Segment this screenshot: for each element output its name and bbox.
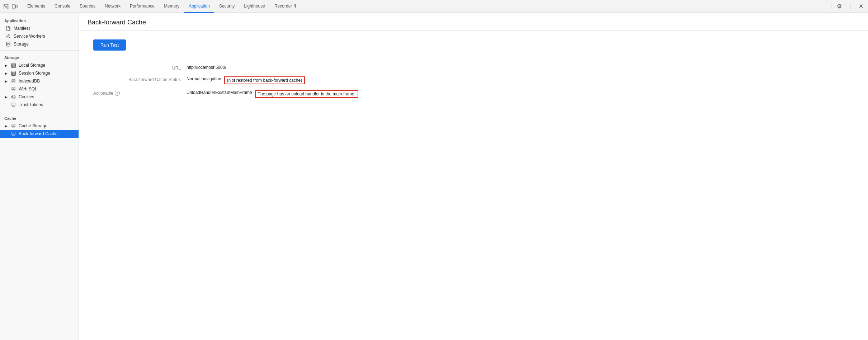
svg-point-23	[12, 124, 15, 125]
sidebar-item-service-workers[interactable]: Service Workers	[0, 32, 79, 40]
content-header: Back-forward Cache	[79, 13, 868, 31]
tab-lighthouse[interactable]: Lighthouse	[240, 0, 269, 13]
sidebar-item-manifest-label: Manifest	[14, 26, 30, 31]
sidebar: Application Manifest Service Workers	[0, 13, 79, 340]
bfc-nav-text: Normal navigation	[187, 76, 221, 81]
tab-recorder[interactable]: Recorder 🎙	[270, 0, 302, 13]
sidebar-item-session-storage[interactable]: ▶ Session Storage	[0, 69, 79, 77]
actionable-label-text: Actionable	[93, 91, 113, 96]
sidebar-item-storage-label: Storage	[14, 42, 29, 47]
svg-point-21	[13, 96, 14, 96]
main-container: Application Manifest Service Workers	[0, 13, 868, 340]
tab-performance[interactable]: Performance	[126, 0, 159, 13]
expand-arrow-session-storage[interactable]: ▶	[4, 71, 8, 75]
sidebar-section-application: Application	[0, 16, 79, 24]
help-icon[interactable]: ?	[115, 91, 120, 96]
tab-security[interactable]: Security	[215, 0, 239, 13]
toolbar: Elements Console Sources Network Perform…	[0, 0, 868, 13]
url-value: http://localhost:5000/	[187, 62, 854, 74]
actionable-label-cell: Actionable ?	[93, 87, 187, 99]
info-table: URL http://localhost:5000/ Back-forward …	[93, 62, 854, 101]
indexeddb-icon	[11, 79, 16, 84]
local-storage-icon	[11, 63, 16, 68]
inspect-icon[interactable]	[3, 3, 9, 10]
expand-arrow-cache-storage[interactable]: ▶	[4, 124, 8, 128]
tab-application[interactable]: Application	[184, 0, 214, 13]
toolbar-devtools-icons	[3, 3, 18, 10]
actionable-label-container: Actionable ?	[93, 91, 181, 96]
more-options-icon[interactable]: ⋮	[846, 2, 854, 11]
sidebar-item-cache-storage-label: Cache Storage	[19, 123, 47, 128]
sidebar-item-back-forward-cache[interactable]: Back-forward Cache	[0, 130, 79, 138]
web-sql-icon	[11, 86, 16, 91]
expand-arrow-local-storage[interactable]: ▶	[4, 63, 8, 67]
sidebar-item-indexeddb-label: IndexedDB	[19, 79, 40, 84]
svg-point-24	[12, 132, 15, 133]
svg-rect-1	[12, 5, 15, 8]
sidebar-item-session-storage-label: Session Storage	[19, 71, 50, 76]
sidebar-item-local-storage-label: Local Storage	[19, 63, 45, 68]
sidebar-item-web-sql[interactable]: Web SQL	[0, 85, 79, 93]
sidebar-item-local-storage[interactable]: ▶ Local Storage	[0, 61, 79, 69]
run-test-button[interactable]: Run Test	[93, 39, 126, 51]
svg-point-22	[12, 103, 15, 104]
page-title: Back-forward Cache	[88, 19, 859, 26]
bfc-status-value: Normal navigation (Not restored from bac…	[187, 74, 854, 87]
content-body: Run Test URL http://localhost:5000/ Back…	[79, 31, 868, 109]
svg-point-5	[6, 42, 10, 43]
session-storage-icon	[11, 71, 16, 76]
gear-icon	[6, 34, 11, 39]
sidebar-section-storage: Storage	[0, 53, 79, 61]
sidebar-item-trust-tokens-label: Trust Tokens	[19, 102, 43, 107]
tab-network[interactable]: Network	[100, 0, 125, 13]
actionable-description: The page has an unload handler in the ma…	[255, 90, 358, 98]
tab-console[interactable]: Console	[50, 0, 75, 13]
bfc-status-highlight: (Not restored from back-forward cache)	[224, 76, 305, 84]
sidebar-item-web-sql-label: Web SQL	[19, 86, 37, 91]
tab-memory[interactable]: Memory	[160, 0, 184, 13]
sidebar-item-indexeddb[interactable]: ▶ IndexedDB	[0, 77, 79, 85]
sidebar-item-service-workers-label: Service Workers	[14, 34, 45, 39]
sidebar-item-manifest[interactable]: Manifest	[0, 24, 79, 32]
sidebar-divider-1	[0, 50, 79, 51]
file-icon	[6, 26, 11, 31]
actionable-value: UnloadHandlerExistsInMainFrame The page …	[187, 87, 854, 101]
sidebar-item-cookies[interactable]: ▶ Cookies	[0, 93, 79, 101]
sidebar-item-cookies-label: Cookies	[19, 94, 34, 99]
cache-storage-icon	[11, 123, 16, 128]
svg-rect-2	[16, 5, 17, 8]
svg-point-19	[12, 96, 13, 97]
url-label: URL	[93, 62, 187, 74]
sidebar-item-trust-tokens[interactable]: Trust Tokens	[0, 101, 79, 109]
settings-icon[interactable]: ⚙	[835, 2, 844, 11]
sidebar-item-storage[interactable]: Storage	[0, 40, 79, 48]
expand-arrow-cookies[interactable]: ▶	[4, 95, 8, 99]
tab-elements[interactable]: Elements	[23, 0, 49, 13]
sidebar-item-back-forward-cache-label: Back-forward Cache	[19, 131, 58, 136]
svg-point-18	[11, 95, 15, 99]
content-area: Back-forward Cache Run Test URL http://l…	[79, 13, 868, 340]
toolbar-tabs: Elements Console Sources Network Perform…	[23, 0, 828, 13]
svg-point-4	[8, 36, 9, 37]
actionable-key-text: UnloadHandlerExistsInMainFrame	[187, 90, 252, 95]
sidebar-divider-2	[0, 111, 79, 111]
sidebar-section-cache: Cache	[0, 113, 79, 122]
storage-db-icon	[6, 42, 11, 47]
trust-tokens-icon	[11, 102, 16, 107]
sidebar-item-cache-storage[interactable]: ▶ Cache Storage	[0, 122, 79, 130]
toolbar-divider	[831, 3, 831, 10]
bfc-status-label: Back-forward Cache Status	[93, 74, 187, 85]
back-forward-cache-icon	[11, 131, 16, 136]
tab-sources[interactable]: Sources	[75, 0, 100, 13]
svg-rect-3	[6, 26, 9, 30]
url-text: http://localhost:5000/	[187, 65, 226, 70]
svg-point-17	[12, 87, 15, 88]
close-icon[interactable]: ✕	[857, 2, 865, 11]
expand-arrow-indexeddb[interactable]: ▶	[4, 79, 8, 83]
device-toolbar-icon[interactable]	[11, 3, 18, 10]
toolbar-right-controls: ⚙ ⋮ ✕	[830, 2, 865, 11]
svg-point-16	[12, 79, 15, 80]
cookies-icon	[11, 94, 16, 99]
